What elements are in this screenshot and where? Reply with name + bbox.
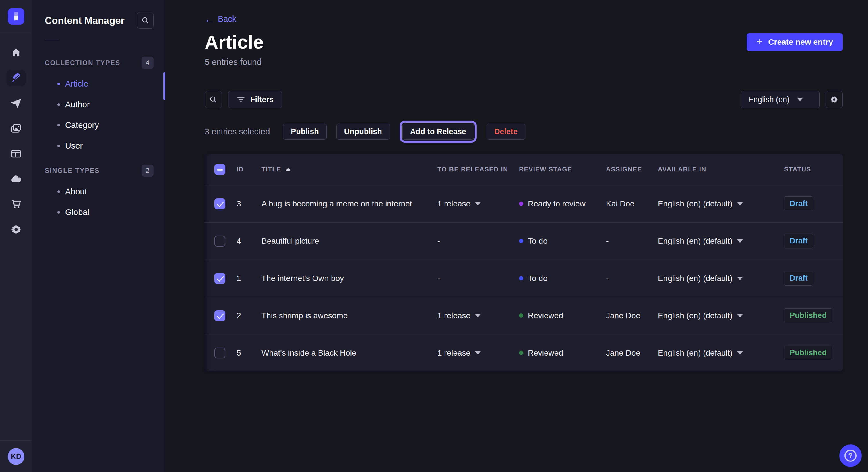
cell-title: Beautiful picture	[261, 237, 437, 246]
cell-assignee: -	[606, 274, 658, 283]
settings-gear-icon[interactable]	[7, 221, 26, 238]
status-badge: Published	[784, 345, 832, 360]
cell-title: The internet's Own boy	[261, 274, 437, 283]
stage-dot-icon	[519, 351, 523, 355]
active-item-indicator	[163, 72, 165, 100]
chevron-down-icon	[737, 277, 743, 280]
collection-types-section: COLLECTION TYPES 4 Article Author Catego…	[45, 57, 154, 156]
content-manager-subnav: Content Manager COLLECTION TYPES 4 Artic…	[32, 0, 165, 472]
subnav-item-article[interactable]: Article	[45, 73, 154, 94]
rail-items	[7, 44, 26, 238]
help-button[interactable]: ?	[839, 444, 862, 467]
collection-types-label: COLLECTION TYPES	[45, 59, 120, 67]
subnav-item-category[interactable]: Category	[45, 115, 154, 135]
chevron-down-icon	[797, 98, 803, 101]
main-content: ← Back + Create new entry Article 5 entr…	[165, 0, 868, 472]
entries-table: ID TITLE TO BE RELEASED IN REVIEW STAGE …	[205, 154, 843, 371]
cell-title: What's inside a Black Hole	[261, 348, 437, 358]
unpublish-button[interactable]: Unpublish	[336, 124, 390, 140]
subnav-item-global[interactable]: Global	[45, 202, 154, 223]
cell-assignee: Jane Doe	[606, 348, 658, 358]
stage-dot-icon	[519, 239, 523, 243]
user-avatar[interactable]: KD	[8, 448, 24, 465]
sort-ascending-icon	[285, 168, 291, 171]
chevron-down-icon	[737, 239, 743, 243]
content-manager-feather-icon[interactable]	[7, 70, 26, 86]
cell-available-in[interactable]: English (en) (default)	[658, 311, 784, 320]
marketplace-cart-icon[interactable]	[7, 196, 26, 212]
table-row[interactable]: 1 The internet's Own boy - To do - Engli…	[205, 260, 843, 297]
subnav-item-about[interactable]: About	[45, 181, 154, 202]
col-review-stage[interactable]: REVIEW STAGE	[519, 166, 606, 173]
cell-id: 3	[237, 199, 261, 208]
cell-title: A bug is becoming a meme on the internet	[261, 199, 437, 208]
cell-review-stage: Reviewed	[519, 311, 606, 320]
back-link[interactable]: ← Back	[205, 14, 236, 24]
publish-button[interactable]: Publish	[283, 124, 327, 140]
view-settings-gear-button[interactable]	[826, 91, 843, 108]
row-checkbox[interactable]	[214, 273, 225, 284]
media-library-icon[interactable]	[7, 120, 26, 137]
bullet-icon	[57, 211, 60, 214]
paper-plane-icon[interactable]	[7, 95, 26, 111]
single-types-count-badge: 2	[142, 165, 154, 177]
filter-icon	[237, 96, 245, 103]
content-type-builder-icon[interactable]	[7, 145, 26, 162]
subnav-search-button[interactable]	[137, 12, 154, 29]
cell-release[interactable]: 1 release	[437, 199, 519, 208]
rail-user-area: KD	[0, 440, 32, 472]
toolbar: Filters English (en)	[205, 91, 843, 108]
cell-release[interactable]: 1 release	[437, 311, 519, 320]
delete-button[interactable]: Delete	[487, 124, 525, 140]
table-row[interactable]: 2 This shrimp is awesome 1 release Revie…	[205, 297, 843, 334]
cell-available-in[interactable]: English (en) (default)	[658, 348, 784, 358]
cell-available-in[interactable]: English (en) (default)	[658, 199, 784, 208]
add-to-release-button[interactable]: Add to Release	[402, 124, 474, 140]
status-badge: Draft	[784, 196, 813, 211]
subnav-item-user[interactable]: User	[45, 135, 154, 156]
col-id[interactable]: ID	[237, 166, 261, 173]
cell-review-stage: To do	[519, 274, 606, 283]
row-checkbox[interactable]	[214, 198, 225, 209]
entries-count-text: 5 entries found	[205, 57, 843, 67]
plus-icon: +	[756, 36, 763, 47]
main-nav-rail: KD	[0, 0, 32, 472]
back-arrow-icon: ←	[205, 14, 214, 24]
table-row[interactable]: 4 Beautiful picture - To do - English (e…	[205, 222, 843, 260]
col-released-in[interactable]: TO BE RELEASED IN	[437, 166, 519, 173]
single-types-section: SINGLE TYPES 2 About Global	[45, 165, 154, 223]
chevron-down-icon	[475, 202, 481, 206]
row-checkbox[interactable]	[214, 347, 225, 359]
subnav-item-author[interactable]: Author	[45, 94, 154, 115]
home-icon[interactable]	[7, 44, 26, 61]
table-row[interactable]: 5 What's inside a Black Hole 1 release R…	[205, 334, 843, 371]
col-assignee[interactable]: ASSIGNEE	[606, 166, 658, 173]
cell-release[interactable]: 1 release	[437, 348, 519, 358]
col-status[interactable]: STATUS	[784, 166, 843, 173]
col-available-in[interactable]: AVAILABLE IN	[658, 166, 784, 173]
single-types-label: SINGLE TYPES	[45, 167, 100, 175]
bullet-icon	[57, 82, 60, 85]
row-checkbox[interactable]	[214, 236, 225, 247]
cell-id: 5	[237, 348, 261, 358]
col-title[interactable]: TITLE	[261, 166, 437, 173]
search-button[interactable]	[205, 91, 222, 108]
cell-id: 4	[237, 237, 261, 246]
locale-select[interactable]: English (en)	[741, 91, 820, 108]
stage-dot-icon	[519, 202, 523, 206]
stage-dot-icon	[519, 276, 523, 280]
bullet-icon	[57, 144, 60, 147]
cell-available-in[interactable]: English (en) (default)	[658, 274, 784, 283]
strapi-logo-icon[interactable]	[8, 8, 24, 25]
table-row[interactable]: 3 A bug is becoming a meme on the intern…	[205, 185, 843, 222]
cell-available-in[interactable]: English (en) (default)	[658, 237, 784, 246]
chevron-down-icon	[737, 202, 743, 206]
row-checkbox[interactable]	[214, 310, 225, 321]
status-badge: Draft	[784, 234, 813, 248]
cell-assignee: -	[606, 237, 658, 246]
cloud-icon[interactable]	[7, 171, 26, 187]
filters-button[interactable]: Filters	[228, 91, 282, 108]
select-all-checkbox[interactable]	[214, 164, 225, 175]
chevron-down-icon	[737, 314, 743, 317]
create-new-entry-button[interactable]: + Create new entry	[747, 33, 843, 51]
